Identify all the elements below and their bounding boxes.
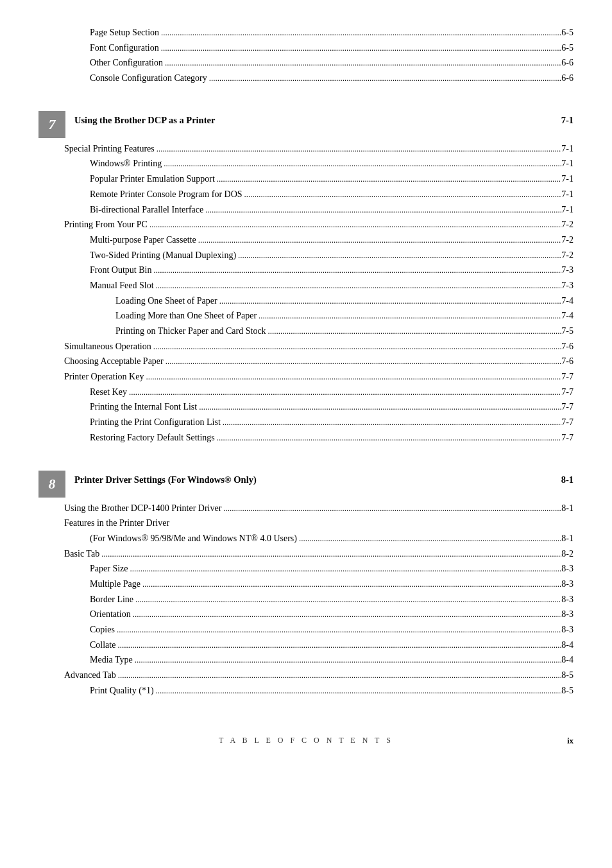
toc-entry: Other Configuration.....................… xyxy=(38,56,574,70)
dot-leader: ........................................… xyxy=(221,416,562,429)
dot-leader: ........................................… xyxy=(116,669,562,682)
chapter7-num: 7 xyxy=(38,111,65,138)
toc-entry: Print Quality (*1)......................… xyxy=(38,684,574,698)
footer-label: T A B L E O F C O N T E N T S xyxy=(219,736,393,745)
dot-leader: ........................................… xyxy=(162,157,561,170)
chapter8-header: 8 Printer Driver Settings (For Windows® … xyxy=(38,471,574,498)
dot-leader: ........................................… xyxy=(217,295,562,308)
chapter7-entries: Special Printing Features...............… xyxy=(38,142,574,445)
toc-entry: Multi-purpose Paper Cassette............… xyxy=(38,233,574,247)
dot-leader: ........................................… xyxy=(203,204,561,216)
dot-leader: ........................................… xyxy=(242,188,562,201)
dot-leader: ........................................… xyxy=(266,325,562,338)
dot-leader: ........................................… xyxy=(140,578,561,591)
toc-entry: Remote Printer Console Program for DOS..… xyxy=(38,187,574,202)
chapter7-title: Using the Brother DCP as a Printer xyxy=(74,115,215,126)
dot-leader: ........................................… xyxy=(151,264,561,277)
dot-leader: ........................................… xyxy=(159,42,562,55)
chapter8-page: 8-1 xyxy=(561,474,574,485)
dot-leader: ........................................… xyxy=(133,654,562,666)
toc-entry: Windows® Printing.......................… xyxy=(38,157,574,171)
dot-leader: ........................................… xyxy=(127,386,561,399)
toc-entry: Loading More than One Sheet of Paper....… xyxy=(38,309,574,323)
dot-leader: ........................................… xyxy=(99,548,561,560)
toc-entry: Printing the Internal Font List.........… xyxy=(38,400,574,414)
toc-entry: Page Setup Section......................… xyxy=(38,26,574,40)
page: Page Setup Section......................… xyxy=(38,26,574,745)
dot-leader: ........................................… xyxy=(131,608,562,621)
dot-leader: ........................................… xyxy=(215,431,562,444)
page-footer: T A B L E O F C O N T E N T S ix xyxy=(38,736,574,745)
toc-entry: Printing From Your PC...................… xyxy=(38,218,574,232)
toc-entry: (For Windows® 95/98/Me and Windows NT® 4… xyxy=(38,532,574,546)
toc-entry: Media Type..............................… xyxy=(38,653,574,667)
toc-entry: Bi-directional Parallel Interface.......… xyxy=(38,203,574,217)
dot-leader: ........................................… xyxy=(155,143,562,155)
toc-entry: Printing on Thicker Paper and Card Stock… xyxy=(38,324,574,338)
dot-leader: ........................................… xyxy=(196,234,562,247)
dot-leader: ........................................… xyxy=(144,370,561,383)
toc-entry: Printing the Print Configuration List...… xyxy=(38,415,574,430)
toc-entry: Reset Key...............................… xyxy=(38,385,574,399)
toc-entry: Copies..................................… xyxy=(38,623,574,637)
toc-entry: Loading One Sheet of Paper..............… xyxy=(38,294,574,308)
dot-leader: ........................................… xyxy=(221,502,561,515)
toc-entry: Font Configuration......................… xyxy=(38,41,574,55)
chapter7-header: 7 Using the Brother DCP as a Printer 7-1 xyxy=(38,111,574,138)
dot-leader: ........................................… xyxy=(207,72,562,85)
dot-leader: ........................................… xyxy=(197,401,561,413)
dot-leader: ........................................… xyxy=(115,639,561,652)
toc-entry: Two-Sided Printing (Manual Duplexing)...… xyxy=(38,248,574,263)
footer-page: ix xyxy=(567,736,574,746)
dot-leader: ........................................… xyxy=(215,173,562,186)
dot-leader: ........................................… xyxy=(154,279,562,292)
toc-entry: Collate.................................… xyxy=(38,638,574,652)
toc-entry: Special Printing Features...............… xyxy=(38,142,574,156)
top-entries: Page Setup Section......................… xyxy=(38,26,574,85)
toc-entry: Paper Size..............................… xyxy=(38,562,574,576)
toc-entry: Choosing Acceptable Paper...............… xyxy=(38,354,574,369)
dot-leader: ........................................… xyxy=(164,355,562,368)
toc-entry: Orientation.............................… xyxy=(38,607,574,621)
dot-leader: ........................................… xyxy=(151,340,562,353)
dot-leader: ........................................… xyxy=(133,593,561,606)
toc-entry: Printer Operation Key...................… xyxy=(38,370,574,384)
dot-leader: ........................................… xyxy=(163,56,561,69)
toc-entry: Console Configuration Category..........… xyxy=(38,71,574,85)
toc-entry: Features in the Printer Driver xyxy=(38,516,574,530)
toc-entry: Using the Brother DCP-1400 Printer Drive… xyxy=(38,501,574,516)
chapter8-title: Printer Driver Settings (For Windows® On… xyxy=(74,474,257,485)
toc-entry: Multiple Page...........................… xyxy=(38,577,574,591)
dot-leader: ........................................… xyxy=(115,623,561,636)
chapter8-entries: Using the Brother DCP-1400 Printer Drive… xyxy=(38,501,574,698)
toc-entry: Manual Feed Slot........................… xyxy=(38,279,574,293)
dot-leader: ........................................… xyxy=(297,532,561,545)
dot-leader: ........................................… xyxy=(257,309,561,322)
dot-leader: ........................................… xyxy=(154,684,562,697)
chapter7-title-line: Using the Brother DCP as a Printer 7-1 xyxy=(74,111,574,126)
dot-leader: ........................................… xyxy=(128,562,561,575)
toc-entry: Popular Printer Emulation Support.......… xyxy=(38,172,574,186)
dot-leader: ........................................… xyxy=(148,218,561,231)
toc-entry: Advanced Tab............................… xyxy=(38,668,574,682)
toc-entry: Basic Tab...............................… xyxy=(38,547,574,561)
toc-entry: Simultaneous Operation..................… xyxy=(38,340,574,354)
chapter8-num: 8 xyxy=(38,471,65,498)
dot-leader: ........................................… xyxy=(236,249,561,262)
chapter8-title-line: Printer Driver Settings (For Windows® On… xyxy=(74,471,574,485)
toc-entry: Restoring Factory Default Settings......… xyxy=(38,431,574,445)
chapter7-page: 7-1 xyxy=(561,115,574,126)
toc-entry: Front Output Bin........................… xyxy=(38,263,574,277)
dot-leader: ........................................… xyxy=(159,26,561,39)
toc-entry: Border Line.............................… xyxy=(38,593,574,607)
